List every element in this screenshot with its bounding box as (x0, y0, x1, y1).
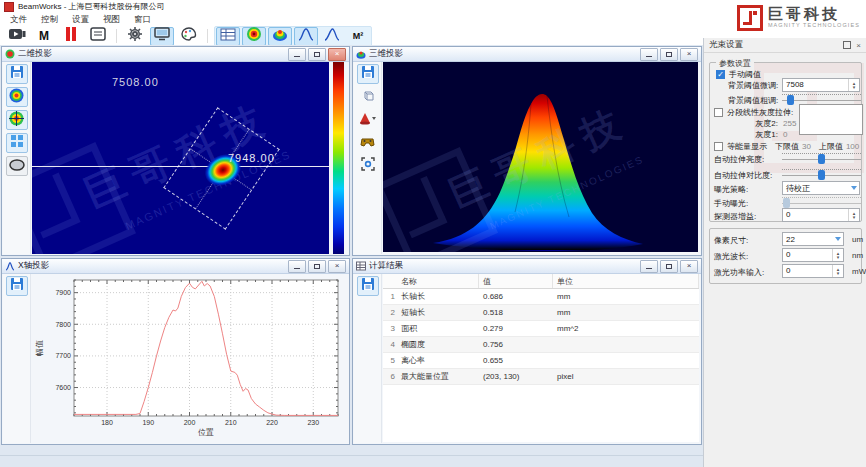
table-row[interactable]: 3面积0.279mm^2 (383, 321, 699, 337)
m-icon: M (39, 29, 49, 43)
crosshair-rings-button[interactable] (6, 110, 28, 130)
manual-threshold-checkbox[interactable]: ✓ (716, 70, 725, 79)
panel-results-close-button[interactable]: × (680, 260, 698, 273)
wavelength-spinner[interactable]: 0 ▴▾ (782, 248, 844, 262)
y-projection-view-button[interactable] (320, 27, 344, 46)
panel-3d-titlebar[interactable]: 三维投影 × (353, 47, 701, 62)
beam-2d-canvas[interactable]: 巨哥科技 MAGNITY TECHNOLOGIES 7508.00 7948.0… (32, 62, 329, 254)
menu-file[interactable]: 文件 (4, 13, 33, 27)
panel-3d-restore-button[interactable] (660, 48, 678, 61)
panel-results-titlebar[interactable]: 计算结果 × (353, 259, 701, 274)
table-cell: 5 (383, 356, 397, 365)
view-toggle-group: M² (214, 26, 372, 47)
menu-control[interactable]: 控制 (35, 13, 64, 27)
pixel-size-value: 22 (783, 234, 833, 245)
panel-x-restore-button[interactable] (308, 260, 326, 273)
table-cell: 0.686 (479, 292, 553, 301)
table-row[interactable]: 5离心率0.655 (383, 353, 699, 369)
menu-settings[interactable]: 设置 (66, 13, 95, 27)
settings-gear-button[interactable] (123, 27, 147, 46)
close-icon[interactable]: × (856, 41, 861, 50)
svg-text:210: 210 (225, 419, 237, 426)
panel-results-restore-button[interactable] (660, 260, 678, 273)
render-mode-button[interactable] (357, 110, 379, 130)
spinner-arrows-icon[interactable]: ▴▾ (832, 265, 843, 277)
wireframe-button[interactable] (357, 87, 379, 107)
save-icon (361, 277, 375, 295)
rotate-view-button[interactable] (357, 133, 379, 153)
beam-settings-panel: 光束设置 × 参数设置 ✓ 手动阈值 背景阈值微调: 7508 ▴▾ 背景阈值粗… (703, 38, 866, 467)
display-button[interactable] (150, 27, 174, 46)
power-spinner[interactable]: 0 ▴▾ (782, 264, 844, 278)
beam3d-view-button[interactable] (268, 27, 292, 46)
x-projection-view-button[interactable] (294, 27, 318, 46)
piecewise-checkbox[interactable] (714, 108, 723, 117)
panel-2d-minimize-button[interactable] (288, 48, 306, 61)
panel-x-close-button[interactable]: × (328, 260, 346, 273)
slider-handle[interactable] (818, 154, 825, 164)
logo-en-text: MAGNITY TECHNOLOGIES (768, 22, 860, 28)
spinner-arrows-icon[interactable]: ▴▾ (848, 209, 859, 221)
panel-x-minimize-button[interactable] (288, 260, 306, 273)
log-window-button[interactable] (86, 27, 110, 46)
grid-overlay-button[interactable] (6, 133, 28, 153)
table-row[interactable]: 6最大能量位置(203, 130)pixel (383, 369, 699, 385)
results-table-header: 名称 值 单位 (383, 274, 699, 289)
panel-results-minimize-button[interactable] (640, 260, 658, 273)
reset-view-button[interactable] (357, 156, 379, 176)
save-2d-button[interactable] (6, 64, 28, 84)
slider-handle[interactable] (818, 170, 825, 180)
pixel-size-combo[interactable]: 22 (782, 232, 844, 246)
manual-exposure-slider[interactable] (782, 196, 861, 208)
panel-x-icon (5, 257, 15, 275)
table-row[interactable]: 1长轴长0.686mm (383, 289, 699, 305)
menu-window[interactable]: 窗口 (128, 13, 157, 27)
spinner-arrows-icon[interactable]: ▴▾ (832, 249, 843, 261)
colormap-rings-button[interactable] (6, 87, 28, 107)
svg-text:200: 200 (184, 419, 196, 426)
table-row[interactable]: 4椭圆度0.756 (383, 337, 699, 353)
palette-button[interactable] (177, 27, 201, 46)
gain-spinner[interactable]: 0 ▴▾ (782, 208, 860, 222)
table-cell: 短轴长 (397, 307, 479, 318)
panel-2d-titlebar[interactable]: 二维投影 × (2, 47, 349, 62)
slider-handle[interactable] (783, 198, 790, 208)
pause-button[interactable] (59, 27, 83, 46)
gray1-label: 灰度1: (728, 129, 778, 140)
ellipse-overlay-button[interactable] (6, 156, 28, 176)
manual-threshold-label: 手动阈值 (729, 69, 761, 80)
panel-2d-projection: 二维投影 × (1, 46, 350, 256)
slider-handle[interactable] (787, 95, 794, 105)
panel-3d-projection: 三维投影 × (352, 46, 702, 256)
save-3d-button[interactable] (357, 64, 379, 84)
power-value: 0 (783, 265, 832, 277)
save-results-button[interactable] (357, 276, 379, 296)
panel-x-title: X轴投影 (18, 260, 49, 272)
contrast-slider[interactable] (782, 168, 861, 180)
brightness-slider[interactable] (782, 152, 861, 164)
spinner-arrows-icon[interactable]: ▴▾ (848, 79, 859, 91)
bg-fine-spinner[interactable]: 7508 ▴▾ (782, 78, 860, 92)
table-row[interactable]: 2短轴长0.518mm (383, 305, 699, 321)
iso-energy-checkbox[interactable] (714, 142, 723, 151)
panel-x-titlebar[interactable]: X轴投影 × (2, 259, 349, 274)
save-x-button[interactable] (6, 276, 28, 296)
chevron-down-icon (833, 233, 843, 245)
beam2d-view-button[interactable] (242, 27, 266, 46)
wavelength-label: 激光波长: (714, 251, 748, 262)
capture-button[interactable] (5, 27, 29, 46)
m-squared-view-button[interactable]: M² (346, 27, 370, 46)
panel-2d-restore-button[interactable] (308, 48, 326, 61)
dock-pin-icon[interactable] (843, 41, 851, 49)
results-view-button[interactable] (216, 27, 240, 46)
bg-fine-label: 背景阈值微调: (728, 80, 778, 91)
m2-icon: M² (353, 31, 364, 41)
lower-limit-label: 下限值 (775, 141, 799, 152)
menu-view[interactable]: 视图 (97, 13, 126, 27)
panel-3d-close-button[interactable]: × (680, 48, 698, 61)
panel-3d-minimize-button[interactable] (640, 48, 658, 61)
panel-2d-close-button[interactable]: × (328, 48, 346, 61)
beam-3d-canvas[interactable]: 巨哥科技 MAGNITY TECHNOLOGIES (383, 62, 698, 252)
exposure-combo[interactable]: 待校正 (782, 181, 860, 195)
measure-m-button[interactable]: M (32, 27, 56, 46)
